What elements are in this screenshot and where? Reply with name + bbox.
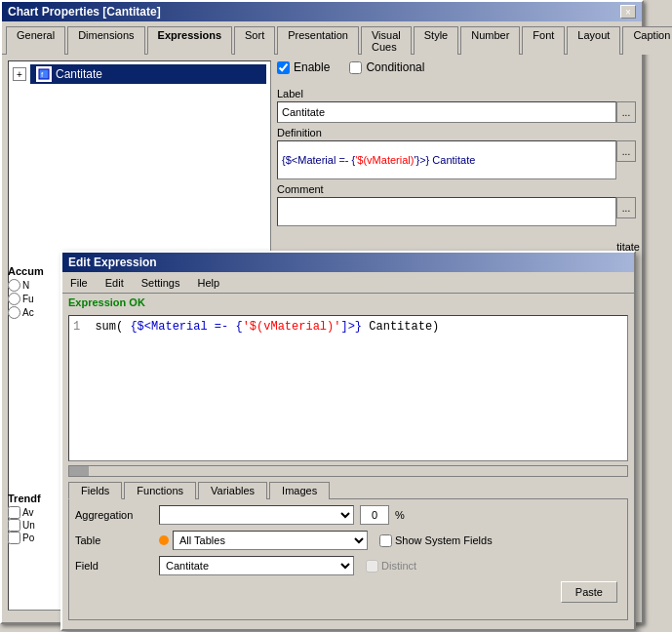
comment-field-label: Comment (277, 183, 636, 195)
field-label: Field (75, 560, 153, 572)
tab-sort[interactable]: Sort (234, 26, 275, 55)
enable-label: Enable (294, 60, 330, 74)
trendlines-label: Trendf (8, 493, 61, 504)
tab-visual-cues[interactable]: Visual Cues (361, 26, 412, 55)
enable-checkbox[interactable] (277, 61, 290, 74)
field-row: Field Cantitate Distinct (75, 556, 621, 575)
chart-window-title: Chart Properties [Cantitate] (8, 5, 161, 19)
chart-close-button[interactable]: × (620, 5, 636, 19)
comment-input[interactable] (277, 197, 616, 226)
tab-presentation[interactable]: Presentation (277, 26, 359, 55)
comment-expand-button[interactable]: ... (616, 197, 636, 218)
tab-layout[interactable]: Layout (567, 26, 620, 55)
radio-fu-label: Fu (22, 294, 34, 304)
definition-expand-button[interactable]: ... (616, 140, 636, 162)
menu-file[interactable]: File (66, 276, 92, 290)
expression-editor[interactable]: 1 sum( {$<Material =- {'$(vMaterial)']>}… (68, 315, 628, 461)
trend-un-row: Un (8, 519, 61, 532)
aggregation-row: Aggregation 0 % (75, 505, 621, 525)
expr-tab-bar: Fields Functions Variables Images (62, 477, 634, 498)
aggregation-label: Aggregation (75, 509, 153, 521)
table-row: Table All Tables Show System Fields (75, 531, 621, 550)
distinct-row: Distinct (366, 560, 416, 573)
edit-expr-title-bar: Edit Expression (62, 253, 634, 272)
show-system-fields-row: Show System Fields (379, 534, 493, 547)
expr-tab-variables[interactable]: Variables (198, 482, 267, 499)
trend-av-label: Av (22, 507, 34, 518)
conditional-checkbox-row: Conditional (349, 60, 424, 74)
aggregation-select[interactable] (159, 505, 354, 525)
tab-number[interactable]: Number (460, 26, 520, 55)
trend-po-label: Po (22, 533, 34, 543)
paste-button[interactable]: Paste (561, 581, 617, 603)
trend-un-checkbox[interactable] (8, 519, 20, 532)
table-label: Table (75, 534, 153, 546)
status-text: Expression OK (68, 296, 145, 308)
label-expand-button[interactable]: ... (616, 101, 636, 123)
label-input-container: ... (277, 101, 636, 123)
trend-av-checkbox[interactable] (8, 506, 20, 519)
menu-help[interactable]: Help (193, 276, 223, 290)
line-number: 1 (73, 320, 80, 334)
menu-settings[interactable]: Settings (138, 276, 184, 290)
expr-code: sum( {$<Material =- {'$(vMaterial)']>} C… (95, 320, 439, 334)
expr-tab-fields[interactable]: Fields (68, 482, 122, 499)
distinct-checkbox (366, 560, 378, 573)
tab-style[interactable]: Style (414, 26, 458, 55)
definition-field-label: Definition (277, 127, 636, 138)
edit-expr-title-text: Edit Expression (68, 256, 157, 269)
chart-tab-bar: General Dimensions Expressions Sort Pres… (2, 21, 642, 55)
label-field-group: Label ... (277, 88, 636, 123)
tab-caption[interactable]: Caption (622, 26, 672, 55)
expr-tab-functions[interactable]: Functions (124, 482, 196, 499)
table-select[interactable]: All Tables (173, 531, 368, 550)
expression-item-label: Cantitate (56, 67, 102, 81)
radio-fu: Fu (8, 293, 61, 305)
radio-n-label: N (22, 280, 29, 291)
orange-dot-icon (159, 535, 169, 545)
definition-text: {$<Material =- {'$(vMaterial)'}>} Cantit… (282, 154, 475, 166)
aggregation-select-container (159, 505, 354, 525)
horizontal-scrollbar[interactable] (68, 465, 628, 477)
expression-item-icon: f (36, 66, 52, 82)
table-select-container: All Tables (159, 531, 368, 550)
definition-field-group: Definition {$<Material =- {'$(vMaterial)… (277, 127, 636, 179)
tab-expressions[interactable]: Expressions (147, 26, 232, 55)
distinct-label: Distinct (381, 560, 416, 572)
trend-un-label: Un (22, 520, 35, 531)
paste-button-row: Paste (75, 581, 621, 603)
comment-field-group: Comment ... (277, 183, 636, 226)
accum-label: Accum (8, 265, 61, 277)
trendlines-area: Trendf Av Un Po (8, 493, 61, 544)
radio-n-input[interactable] (8, 279, 20, 292)
expand-icon[interactable]: + (13, 67, 26, 81)
edit-expression-window: Edit Expression File Edit Settings Help … (60, 251, 636, 631)
tab-general[interactable]: General (6, 26, 65, 55)
show-system-fields-label: Show System Fields (395, 534, 493, 546)
percent-symbol: % (395, 509, 405, 521)
accumulation-area: Accum N Fu Ac (8, 265, 61, 320)
conditional-checkbox[interactable] (349, 61, 362, 74)
radio-ac: Ac (8, 306, 61, 319)
radio-ac-input[interactable] (8, 306, 20, 319)
menu-edit[interactable]: Edit (101, 276, 128, 290)
trend-po-checkbox[interactable] (8, 532, 20, 544)
tab-dimensions[interactable]: Dimensions (67, 26, 144, 55)
enable-checkbox-row: Enable (277, 60, 330, 74)
fields-tab-content: Aggregation 0 % Table All Tables (68, 498, 628, 620)
show-system-fields-checkbox[interactable] (379, 534, 392, 547)
expr-tab-images[interactable]: Images (269, 482, 330, 499)
label-field-label: Label (277, 88, 636, 99)
trend-po-row: Po (8, 532, 61, 544)
radio-n: N (8, 279, 61, 292)
field-select[interactable]: Cantitate (159, 556, 354, 575)
percent-value-box: 0 (360, 505, 389, 525)
label-input[interactable] (277, 101, 616, 123)
enable-conditional-row: Enable Conditional (277, 60, 636, 74)
edit-expr-menubar: File Edit Settings Help (62, 272, 634, 294)
trend-av-row: Av (8, 506, 61, 519)
definition-box: {$<Material =- {'$(vMaterial)'}>} Cantit… (277, 140, 616, 179)
radio-fu-input[interactable] (8, 293, 20, 305)
percent-value: 0 (372, 509, 377, 521)
tab-font[interactable]: Font (522, 26, 565, 55)
